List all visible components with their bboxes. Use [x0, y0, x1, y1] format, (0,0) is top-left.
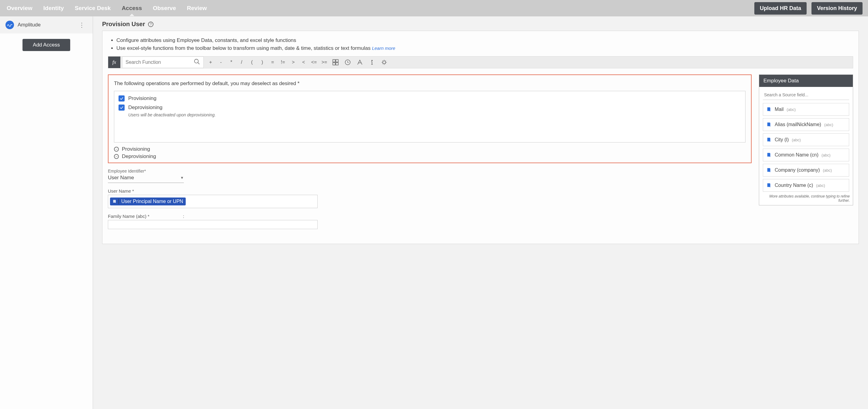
username-tag[interactable]: User Principal Name or UPN	[110, 197, 186, 206]
employee-data-search[interactable]	[763, 90, 849, 100]
op-eq[interactable]: =	[268, 57, 278, 68]
op-neq[interactable]: !=	[278, 57, 288, 68]
tab-access[interactable]: Access	[120, 1, 143, 16]
field-item-cn[interactable]: Common Name (cn) (abc)	[763, 149, 849, 161]
familyname-input[interactable]	[108, 220, 318, 229]
svg-point-0	[194, 59, 198, 63]
collapse-label-provisioning: Provisioning	[122, 146, 150, 152]
top-buttons: Upload HR Data Version History	[754, 2, 863, 14]
main-content: Provision User ? Configure attributes us…	[93, 17, 868, 409]
info-icon[interactable]	[366, 57, 378, 68]
book-icon	[766, 167, 772, 173]
operations-section: The following operations are performed b…	[108, 74, 752, 163]
book-icon	[766, 122, 772, 128]
deprovisioning-note: Users will be deactivated upon deprovisi…	[128, 113, 216, 117]
username-input[interactable]: User Principal Name or UPN	[108, 195, 318, 208]
text-icon[interactable]	[354, 57, 366, 68]
op-plus[interactable]: +	[206, 57, 216, 68]
field-type: (abc)	[824, 122, 833, 127]
familyname-colon: :	[183, 214, 184, 219]
field-item-alias[interactable]: Alias (mailNickName) (abc)	[763, 118, 849, 131]
operations-list-box: Provisioning Deprovisioning Users will b…	[114, 91, 746, 143]
tab-overview[interactable]: Overview	[5, 1, 34, 16]
function-search-input[interactable]	[126, 60, 194, 65]
op-gte[interactable]: >=	[319, 57, 330, 68]
add-access-button[interactable]: Add Access	[23, 39, 70, 51]
op-minus[interactable]: -	[216, 57, 226, 68]
field-item-company[interactable]: Company (company) (abc)	[763, 164, 849, 177]
kebab-menu-icon[interactable]: ⋮	[76, 20, 87, 30]
book-icon	[766, 182, 772, 188]
book-icon	[766, 106, 772, 113]
familyname-field: Family Name (abc) * :	[108, 214, 752, 229]
tab-service-desk[interactable]: Service Desk	[73, 1, 112, 16]
field-item-mail[interactable]: Mail (abc)	[763, 103, 849, 116]
username-field: User Name * User Principal Name or UPN	[108, 188, 752, 208]
tab-observe[interactable]: Observe	[152, 1, 177, 16]
checkbox-row-deprovisioning: Deprovisioning Users will be deactivated…	[119, 104, 741, 117]
op-rparen[interactable]: )	[257, 57, 268, 68]
employee-identifier-label: Employee Identifier*	[108, 169, 752, 174]
employee-identifier-select[interactable]: User Name ▼	[108, 174, 184, 183]
field-name: Alias (mailNickName)	[775, 122, 821, 127]
upload-hr-button[interactable]: Upload HR Data	[754, 2, 807, 14]
field-item-country[interactable]: Country Name (c) (abc)	[763, 179, 849, 192]
nav-tabs: Overview Identity Service Desk Access Ob…	[5, 1, 208, 16]
field-item-city[interactable]: City (l) (abc)	[763, 133, 849, 146]
op-lparen[interactable]: (	[247, 57, 257, 68]
collapse-provisioning[interactable]: − Provisioning	[114, 146, 746, 152]
fx-icon[interactable]: fx	[108, 57, 120, 68]
collapse-label-deprovisioning: Deprovisioning	[122, 153, 156, 160]
svg-rect-3	[336, 60, 338, 62]
help-icon[interactable]: ?	[148, 22, 153, 27]
collapse-icon: −	[114, 147, 119, 152]
field-type: (abc)	[786, 107, 796, 112]
field-name: Common Name (cn)	[775, 152, 818, 158]
op-multiply[interactable]: *	[226, 57, 237, 68]
sidebar-app-item[interactable]: Amplitude ⋮	[0, 17, 93, 33]
collapse-icon: −	[114, 154, 119, 159]
familyname-label: Family Name (abc) *	[108, 214, 150, 219]
checkbox-label-deprovisioning: Deprovisioning	[128, 104, 216, 111]
svg-rect-2	[333, 60, 335, 62]
intro-line-1: Configure attributes using Employee Data…	[116, 36, 853, 44]
book-icon	[766, 152, 772, 158]
version-history-button[interactable]: Version History	[811, 2, 863, 14]
datetime-icon[interactable]	[342, 57, 354, 68]
field-type: (abc)	[792, 138, 801, 142]
op-lte[interactable]: <=	[309, 57, 319, 68]
learn-more-link[interactable]: Learn more	[372, 45, 395, 51]
checkbox-label-provisioning: Provisioning	[128, 95, 157, 101]
field-type: (abc)	[822, 153, 831, 157]
svg-line-1	[198, 63, 200, 64]
sidebar: Amplitude ⋮ Add Access	[0, 17, 93, 409]
form-panel: Configure attributes using Employee Data…	[102, 31, 859, 244]
book-icon	[113, 199, 117, 203]
employee-identifier-value: User Name	[108, 175, 134, 181]
function-toolbar: fx + - * / ( ) = != > < <= >=	[108, 56, 853, 68]
field-name: City (l)	[775, 137, 789, 143]
op-divide[interactable]: /	[237, 57, 247, 68]
checkbox-deprovisioning[interactable]	[119, 104, 125, 111]
collapse-deprovisioning[interactable]: − Deprovisioning	[114, 153, 746, 160]
field-name: Country Name (c)	[775, 183, 813, 188]
amplitude-icon	[5, 21, 14, 29]
field-type: (abc)	[823, 168, 832, 172]
tab-identity[interactable]: Identity	[42, 1, 65, 16]
username-tag-label: User Principal Name or UPN	[121, 199, 183, 204]
math-icon[interactable]	[330, 57, 342, 68]
employee-data-panel: Employee Data Mail (abc) Alias (mailNick…	[759, 74, 853, 206]
checkbox-provisioning[interactable]	[119, 95, 125, 101]
operations-heading: The following operations are performed b…	[114, 81, 746, 87]
op-gt[interactable]: >	[288, 57, 299, 68]
svg-point-7	[372, 60, 373, 61]
svg-rect-5	[336, 63, 338, 65]
employee-field-list: Mail (abc) Alias (mailNickName) (abc) Ci…	[759, 103, 853, 194]
book-icon	[766, 137, 772, 143]
statistics-icon[interactable]	[378, 57, 390, 68]
function-search[interactable]	[122, 57, 204, 68]
tab-review[interactable]: Review	[186, 1, 208, 16]
checkbox-row-provisioning: Provisioning	[119, 95, 741, 101]
intro-list: Configure attributes using Employee Data…	[108, 36, 853, 52]
op-lt[interactable]: <	[299, 57, 309, 68]
